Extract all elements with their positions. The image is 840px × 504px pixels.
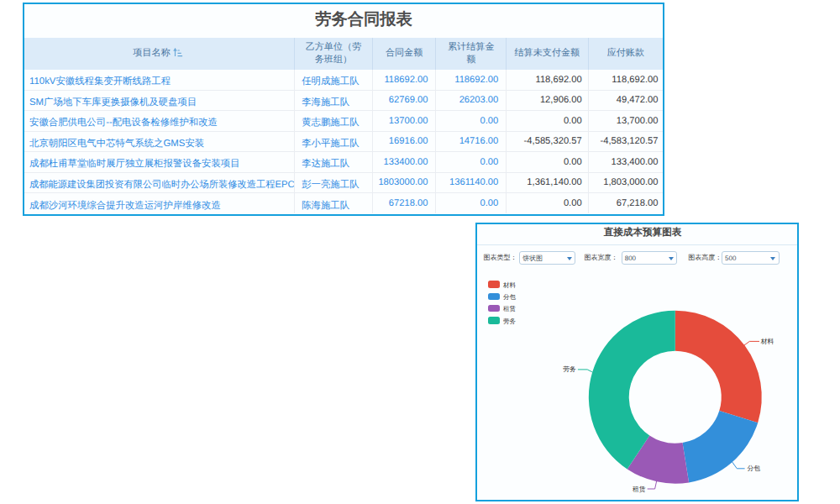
- svg-text:租赁: 租赁: [633, 486, 646, 493]
- svg-text:分包: 分包: [747, 465, 760, 472]
- svg-text:材料: 材料: [760, 338, 774, 345]
- svg-text:劳务: 劳务: [563, 365, 576, 373]
